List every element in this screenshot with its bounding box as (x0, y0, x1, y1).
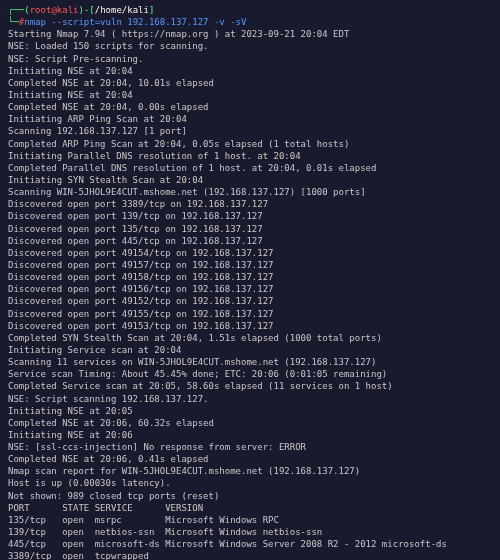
terminal-output: Starting Nmap 7.94 ( https://nmap.org ) … (8, 28, 492, 560)
prompt-host: kali (57, 4, 79, 16)
prompt-prefix: └─ (8, 16, 19, 28)
prompt-bracket-close: )-[ (78, 4, 94, 16)
command-input[interactable]: nmap --script=vuln 192.168.137.127 -v -s… (24, 16, 246, 28)
prompt-closing: ] (149, 4, 154, 16)
prompt-line-2[interactable]: └─ # nmap --script=vuln 192.168.137.127 … (8, 16, 492, 28)
prompt-user: root (30, 4, 52, 16)
prompt-path: /home/kali (95, 4, 149, 16)
prompt-bracket-open: ┌──( (8, 4, 30, 16)
prompt-line-1: ┌──( root @ kali )-[ /home/kali ] (8, 4, 492, 16)
